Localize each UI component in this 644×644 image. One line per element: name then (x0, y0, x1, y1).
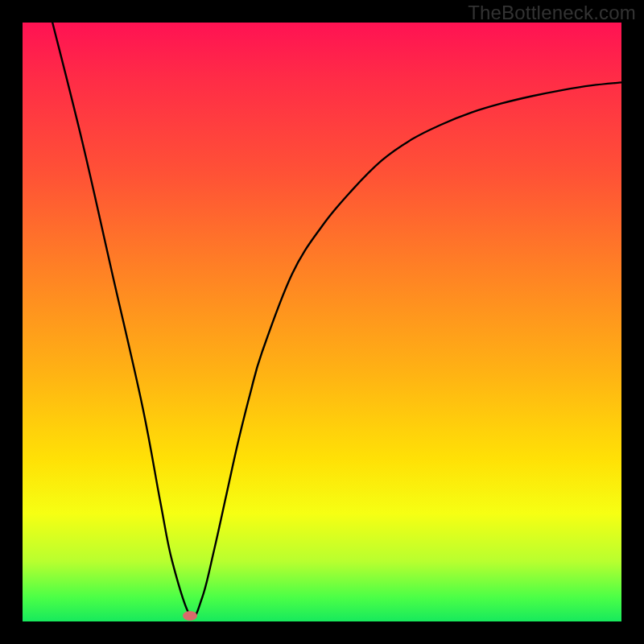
plot-area (23, 23, 621, 621)
min-marker (183, 611, 197, 621)
chart-frame: TheBottleneck.com (0, 0, 644, 644)
curve-svg (23, 23, 621, 621)
curve-path (52, 23, 621, 617)
attribution-text: TheBottleneck.com (468, 2, 636, 24)
